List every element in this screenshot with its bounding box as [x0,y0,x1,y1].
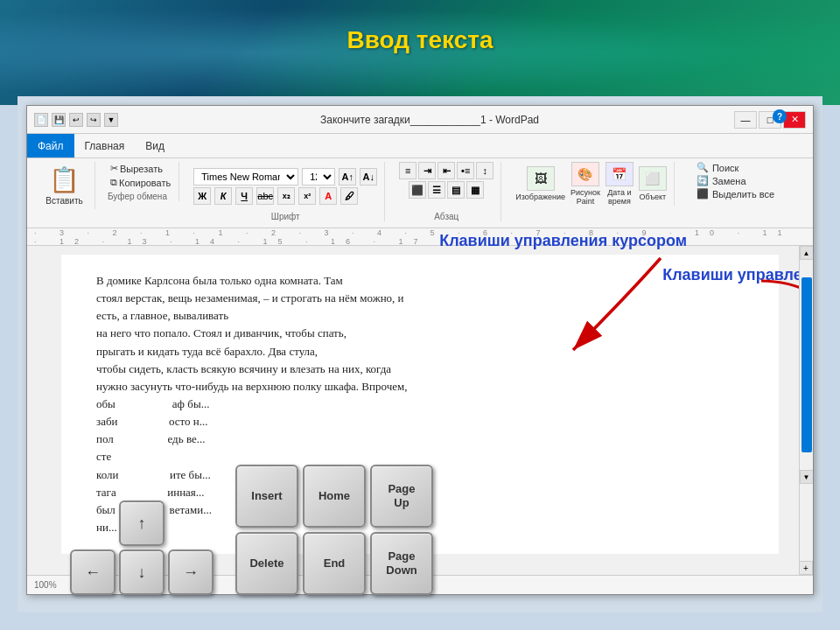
key-down[interactable]: ↓ [119,550,164,595]
paste-icon[interactable]: 📋 [49,165,80,194]
help-icon[interactable]: ? [773,109,787,123]
arrow-keys-cluster: ↑ ← ↓ → [70,500,214,595]
ribbon-group-insert: 🖼 Изображение 🎨 Рисунок Paint 📅 Дата и в… [508,162,675,206]
key-pageup[interactable]: Page Up [370,465,433,528]
ruler: · 3 · 2 · 1 · 1 · 2 · 3 · 4 · 5 · 6 · 7 … [27,228,813,246]
font-color-button[interactable]: A [319,187,337,205]
app-icon-dropdown[interactable]: ▼ [104,113,118,127]
keyboard-overlay: ↑ ← ↓ → Insert Home Page Up Delete End P… [70,465,433,595]
cut-button[interactable]: ✂ Вырезать [108,162,173,175]
image-button[interactable]: 🖼 Изображение [515,166,565,201]
indent-button[interactable]: ⇥ [418,162,436,179]
app-icon-doc: 📄 [34,113,48,127]
object-button[interactable]: ⬜ Объект [639,166,667,201]
align-right-button[interactable]: ▤ [447,181,465,199]
highlight-button[interactable]: 🖊 [340,187,358,205]
key-end[interactable]: End [303,532,366,595]
menu-file[interactable]: Файл [27,134,74,158]
window-controls: — □ ✕ [734,111,806,129]
subscript-button[interactable]: x₂ [277,187,295,205]
key-home[interactable]: Home [303,465,366,528]
selectall-button[interactable]: ⬛ Выделить все [696,188,774,200]
ribbon-group-font: Times New Roman 12 A↑ A↓ Ж К Ч [186,162,385,221]
underline-button[interactable]: Ч [235,187,253,205]
bold-button[interactable]: Ж [193,187,211,205]
font-controls: Times New Roman 12 A↑ A↓ Ж К Ч [193,168,377,205]
window-title: Закончите загадки____________1 - WordPad [125,114,734,126]
arrow-keys: ↑ ← ↓ → [70,500,214,595]
datetime-button[interactable]: 📅 Дата и время [606,162,634,206]
superscript-button[interactable]: x² [298,187,316,205]
clipboard-sub-buttons: ✂ Вырезать ⧉ Копировать Буфер обмена [102,162,179,201]
paint-icon: 🎨 [571,162,599,186]
key-left[interactable]: ← [70,550,116,595]
menu-bar: Файл Главная Вид ? [27,134,813,158]
bullets-button[interactable]: •≡ [457,162,474,179]
font-group-label: Шрифт [271,210,300,221]
menu-view[interactable]: Вид [135,136,175,156]
scroll-thumb[interactable] [802,277,812,452]
replace-icon: 🔄 [696,175,709,186]
key-pagedown[interactable]: Page Down [370,532,433,595]
app-icon-undo[interactable]: ↩ [69,113,83,127]
selectall-icon: ⬛ [696,188,709,200]
key-insert[interactable]: Insert [235,465,298,528]
key-up[interactable]: ↑ [119,500,164,546]
key-empty-topleft [70,500,116,546]
ribbon: 📋 Вставить ✂ Вырезать ⧉ Копировать Буфер… [27,158,813,228]
title-bar-icons: 📄 💾 ↩ ↪ ▼ [34,113,118,127]
italic-button[interactable]: К [214,187,232,205]
menu-home[interactable]: Главная [74,136,136,156]
app-icon-redo[interactable]: ↪ [87,113,101,127]
cursor-keys-label: Клавиши управления курсором [662,263,813,287]
paint-button[interactable]: 🎨 Рисунок Paint [570,162,600,206]
vertical-scrollbar[interactable]: ▲ ▼ + [799,246,813,575]
scroll-plus-button[interactable]: + [799,561,813,575]
line-spacing-button[interactable]: ↕ [476,162,494,179]
key-empty-topright [168,500,214,546]
nav-keys-cluster: Insert Home Page Up Delete End Page Down [235,465,433,595]
replace-button[interactable]: 🔄 Замена [696,175,774,186]
font-shrink-button[interactable]: A↓ [360,168,377,186]
justify-button[interactable]: ▦ [466,181,484,199]
title-bar: 📄 💾 ↩ ↪ ▼ Закончите загадки____________1… [27,106,813,134]
cut-icon: ✂ [110,163,118,174]
page-title: Ввод текста [346,26,493,54]
image-icon: 🖼 [527,166,555,191]
minimize-button[interactable]: — [734,111,757,129]
search-button[interactable]: 🔍 Поиск [696,162,774,173]
para-group-label: Абзац [434,210,458,221]
paste-label[interactable]: Вставить [46,196,82,206]
copy-button[interactable]: ⧉ Копировать [108,176,173,189]
ribbon-group-clipboard: 📋 Вставить [34,162,95,209]
status-text: 100% [34,580,57,590]
close-button[interactable]: ✕ [783,111,806,129]
clipboard-label: Буфер обмена [108,190,173,201]
app-icon-save[interactable]: 💾 [52,113,66,127]
copy-icon: ⧉ [110,177,117,188]
search-icon: 🔍 [696,162,709,173]
key-right[interactable]: → [168,550,214,595]
list-button[interactable]: ≡ [399,162,416,179]
ribbon-group-edit: 🔍 Поиск 🔄 Замена ⬛ Выделить все [690,162,781,200]
datetime-icon: 📅 [606,162,634,186]
scroll-up-button[interactable]: ▲ [800,246,814,260]
align-center-button[interactable]: ☰ [428,181,445,199]
strikethrough-button[interactable]: abc [256,187,274,205]
align-left-button[interactable]: ⬛ [409,181,426,199]
font-size-select[interactable]: 12 [302,168,335,186]
key-delete[interactable]: Delete [235,532,298,595]
object-icon: ⬜ [639,166,667,191]
cursor-keys-annotation: Клавиши управления курсором [439,232,687,250]
ribbon-group-para: ≡ ⇥ ⇤ •≡ ↕ ⬛ ☰ ▤ ▦ Абзац [392,162,501,221]
font-name-select[interactable]: Times New Roman [193,168,298,186]
outdent-button[interactable]: ⇤ [438,162,455,179]
scroll-down-button[interactable]: ▼ [800,470,814,484]
font-grow-button[interactable]: A↑ [339,168,356,186]
